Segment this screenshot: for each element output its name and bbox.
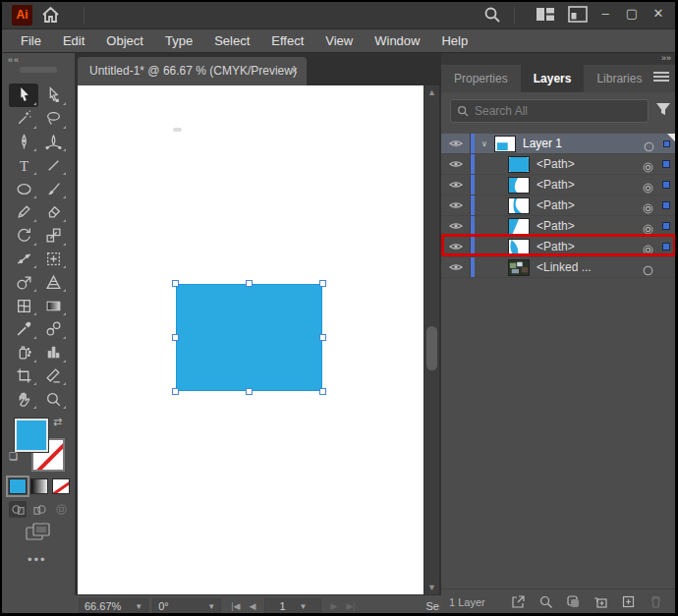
visibility-eye-icon[interactable] [441, 237, 471, 256]
next-artboard-button[interactable]: ▶ [330, 601, 337, 611]
draw-inside-button[interactable] [52, 501, 70, 518]
rotate-tool[interactable] [9, 224, 38, 248]
search-input[interactable]: Search All [450, 99, 649, 123]
menu-item-view[interactable]: View [314, 29, 364, 53]
color-button[interactable] [9, 478, 27, 494]
collapse-panel-icon[interactable]: »» [661, 53, 671, 63]
target-circle-icon[interactable] [643, 221, 653, 232]
layer-object-row[interactable]: <Path> [441, 196, 677, 216]
type-tool[interactable]: T [9, 153, 38, 177]
scroll-up-icon[interactable]: ▲ [424, 87, 439, 97]
none-button[interactable] [52, 478, 70, 494]
visibility-eye-icon[interactable] [441, 257, 471, 277]
draw-behind-button[interactable] [30, 501, 48, 518]
artboard-tool[interactable] [9, 364, 38, 388]
symbol-sprayer-tool[interactable] [9, 341, 38, 364]
paintbrush-tool[interactable] [38, 177, 68, 200]
blend-tool[interactable] [38, 317, 68, 341]
menu-item-select[interactable]: Select [203, 29, 260, 53]
visibility-eye-icon[interactable] [441, 134, 471, 153]
panel-menu-icon[interactable] [653, 70, 669, 84]
direct-selection-tool[interactable] [38, 84, 68, 107]
minimize-button[interactable]: – [594, 4, 616, 24]
layer-row[interactable]: ∨Layer 1 [441, 134, 677, 154]
layer-object-row[interactable]: <Path> [441, 175, 677, 196]
target-circle-icon[interactable] [643, 180, 653, 191]
screen-mode-icon[interactable] [26, 522, 51, 547]
layer-object-row[interactable]: <Linked ... [441, 257, 677, 278]
selection-tool[interactable] [9, 84, 38, 107]
visibility-eye-icon[interactable] [441, 154, 471, 174]
slice-tool[interactable] [38, 364, 68, 388]
layer-name[interactable]: <Linked ... [537, 260, 643, 274]
layer-name[interactable]: <Path> [537, 240, 643, 253]
arrange-documents-icon[interactable] [536, 6, 555, 27]
layer-thumbnail[interactable] [508, 197, 530, 214]
scroll-down-icon[interactable]: ▼ [424, 583, 439, 592]
tab-properties[interactable]: Properties [441, 65, 521, 92]
collapse-tools-icon[interactable]: «« [8, 55, 20, 65]
target-circle-icon[interactable] [644, 139, 654, 149]
make-clipping-mask-icon[interactable] [565, 593, 582, 610]
eraser-tool[interactable] [38, 200, 68, 224]
mesh-tool[interactable] [9, 294, 38, 317]
perspective-grid-tool[interactable] [38, 270, 68, 294]
selection-proxy-square[interactable] [662, 201, 670, 209]
fill-swatch[interactable] [15, 419, 48, 452]
curvature-tool[interactable] [38, 131, 68, 154]
scale-tool[interactable] [38, 224, 68, 248]
layer-object-row[interactable]: <Path> [441, 216, 677, 237]
selection-proxy-square[interactable] [662, 222, 670, 230]
artboard-number-dropdown[interactable]: 1 ▼ [264, 598, 321, 615]
target-circle-icon[interactable] [643, 242, 653, 252]
target-circle-icon[interactable] [643, 262, 653, 273]
gradient-button[interactable] [30, 478, 48, 494]
hand-tool[interactable] [9, 387, 38, 411]
collect-for-export-icon[interactable] [510, 593, 527, 610]
search-icon[interactable] [483, 6, 501, 28]
layer-thumbnail[interactable] [508, 259, 530, 276]
locate-object-icon[interactable] [537, 593, 554, 610]
selected-shape[interactable] [176, 284, 322, 391]
vertical-scrollbar[interactable]: ▲ ▼ [424, 85, 439, 594]
shape-builder-tool[interactable] [9, 270, 38, 294]
tab-layers[interactable]: Layers [521, 65, 585, 92]
menu-item-type[interactable]: Type [154, 29, 203, 53]
layer-thumbnail[interactable] [508, 177, 530, 194]
magic-wand-tool[interactable] [9, 107, 38, 131]
layer-thumbnail[interactable] [508, 218, 530, 235]
menu-item-effect[interactable]: Effect [260, 29, 314, 53]
lasso-tool[interactable] [38, 107, 68, 131]
layer-object-row[interactable]: <Path> [441, 237, 677, 257]
filter-icon[interactable] [654, 100, 672, 122]
menu-item-edit[interactable]: Edit [52, 29, 95, 53]
workspace-switcher-icon[interactable] [568, 6, 588, 27]
zoom-tool[interactable] [38, 387, 68, 411]
layer-name[interactable]: <Path> [537, 198, 643, 212]
pen-tool[interactable] [9, 131, 38, 154]
new-sublayer-icon[interactable] [593, 593, 609, 610]
free-transform-tool[interactable] [38, 248, 68, 271]
document-tab[interactable]: Untitled-1* @ 66.67 % (CMYK/Preview) × [78, 57, 307, 85]
menu-item-help[interactable]: Help [430, 29, 479, 53]
first-artboard-button[interactable]: |◀ [231, 601, 240, 611]
zoom-level-dropdown[interactable]: 66.67% ▼ [79, 598, 148, 615]
line-segment-tool[interactable] [38, 153, 68, 177]
close-button[interactable]: ✕ [648, 4, 669, 24]
selection-proxy-square[interactable] [662, 181, 670, 189]
artboard[interactable] [78, 85, 424, 594]
swap-fill-stroke-icon[interactable]: ⇄ [53, 416, 62, 428]
width-tool[interactable] [9, 248, 38, 271]
draw-normal-button[interactable] [9, 501, 27, 518]
column-graph-tool[interactable] [38, 341, 68, 364]
document-tab-close-icon[interactable]: × [291, 57, 298, 85]
ellipse-tool[interactable] [9, 177, 38, 200]
layer-name[interactable]: Layer 1 [523, 137, 644, 150]
visibility-eye-icon[interactable] [441, 216, 471, 236]
new-layer-icon[interactable] [620, 593, 637, 610]
maximize-button[interactable]: ▢ [621, 4, 643, 24]
layer-thumbnail[interactable] [508, 156, 530, 173]
edit-toolbar-icon[interactable]: ••• [28, 552, 47, 567]
layer-thumbnail[interactable] [508, 239, 530, 255]
layer-name[interactable]: <Path> [537, 157, 643, 171]
